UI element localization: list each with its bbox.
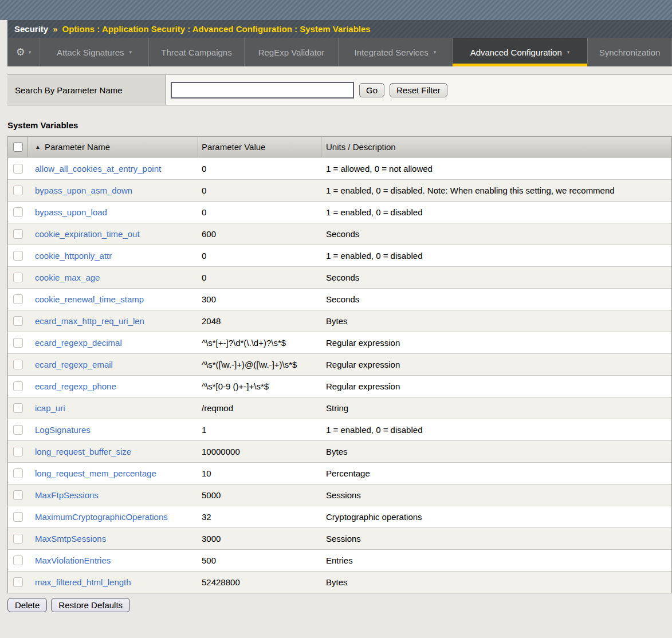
menu-gear-button[interactable]: ⚙ ▾ [7,38,40,66]
parameter-value: 0 [202,164,206,174]
units-description: Bytes [326,447,348,456]
column-header-units-description[interactable]: Units / Description [321,137,671,157]
parameter-value: 2048 [202,316,221,326]
parameter-name-link[interactable]: MaxSmtpSessions [35,534,106,544]
parameter-name-link[interactable]: LogSignatures [35,425,91,435]
tab[interactable]: Integrated Services ▾ [339,38,453,66]
parameter-name-link[interactable]: cookie_expiration_time_out [35,229,140,239]
select-all-checkbox[interactable] [13,142,23,152]
parameter-value: 500 [202,556,216,565]
parameter-name-link[interactable]: ecard_regexp_phone [35,381,116,391]
column-header-label: Parameter Value [202,142,265,152]
row-checkbox-cell [8,556,28,565]
parameter-name-link[interactable]: ecard_regexp_email [35,360,113,369]
parameter-value-cell: 1 [198,425,321,435]
parameter-name-link[interactable]: cookie_httponly_attr [35,251,112,261]
parameter-name-link[interactable]: icap_uri [35,403,65,413]
parameter-name-link[interactable]: MaxFtpSessions [35,490,99,500]
parameter-value: ^\s*[+-]?\d*(\.\d+)?\s*$ [202,338,286,348]
row-checkbox-cell [8,251,28,261]
row-checkbox[interactable] [13,360,23,369]
units-description: Sessions [326,490,361,500]
parameter-name-link[interactable]: long_request_buffer_size [35,447,131,456]
tab[interactable]: Synchronization [588,38,672,66]
row-checkbox[interactable] [13,512,23,522]
row-checkbox[interactable] [13,425,23,435]
row-checkbox[interactable] [13,229,23,239]
row-checkbox[interactable] [13,577,23,587]
row-checkbox[interactable] [13,251,23,261]
units-description: 1 = enabled, 0 = disabled. Note: When en… [326,186,615,195]
search-label: Search By Parameter Name [7,75,166,105]
table-row: LogSignatures 1 1 = enabled, 0 = disable… [8,419,671,440]
table-row: MaxSmtpSessions 3000 Sessions [8,527,671,549]
row-checkbox[interactable] [13,294,23,304]
row-checkbox-cell [8,490,28,500]
parameter-name-link[interactable]: long_request_mem_percentage [35,468,156,478]
row-checkbox[interactable] [13,316,23,326]
row-checkbox-cell [8,316,28,326]
row-checkbox[interactable] [13,403,23,413]
chevron-down-icon: ▾ [129,50,132,55]
parameter-name-link[interactable]: allow_all_cookies_at_entry_point [35,164,161,174]
parameter-name-link[interactable]: MaximumCryptographicOperations [35,512,168,522]
parameter-name-link[interactable]: ecard_max_http_req_uri_len [35,316,144,326]
parameter-name-link[interactable]: cookie_max_age [35,273,100,282]
units-description: Bytes [326,316,348,326]
column-header-parameter-value[interactable]: Parameter Value [198,137,321,157]
parameter-value-cell: 300 [198,294,321,304]
units-description-cell: 1 = enabled, 0 = disabled. Note: When en… [321,186,671,195]
parameter-value-cell: 52428800 [198,577,321,587]
row-checkbox-cell [8,186,28,195]
parameter-name-link[interactable]: cookie_renewal_time_stamp [35,294,144,304]
units-description-cell: Bytes [321,316,671,326]
row-checkbox[interactable] [13,273,23,282]
tab[interactable]: RegExp Validator [245,38,339,66]
table-row: bypass_upon_load 0 1 = enabled, 0 = disa… [8,201,671,223]
parameter-value: 10 [202,468,211,478]
row-checkbox[interactable] [13,447,23,456]
parameter-name-cell: MaxSmtpSessions [28,534,198,544]
column-header-parameter-name[interactable]: ▲ Parameter Name [28,137,198,157]
parameter-name-cell: LogSignatures [28,425,198,435]
row-checkbox[interactable] [13,468,23,478]
row-checkbox[interactable] [13,164,23,174]
reset-filter-button[interactable]: Reset Filter [390,83,447,97]
table-actions: Delete Restore Defaults [7,598,672,612]
parameter-name-link[interactable]: MaxViolationEntries [35,556,111,565]
parameter-value: /reqmod [202,403,233,413]
units-description-cell: Regular expression [321,381,671,391]
tab-label: RegExp Validator [258,48,325,57]
tab[interactable]: Attack Signatures ▾ [40,38,149,66]
search-input[interactable] [171,82,354,99]
parameter-name-link[interactable]: bypass_upon_load [35,207,107,217]
chevron-down-icon: ▾ [29,50,32,55]
units-description-cell: String [321,403,671,413]
row-checkbox-cell [8,447,28,456]
breadcrumb-separator-icon: » [53,24,57,34]
row-checkbox[interactable] [13,534,23,544]
row-checkbox[interactable] [13,207,23,217]
parameter-value-cell: 10000000 [198,447,321,456]
parameter-value: 3000 [202,534,221,544]
row-checkbox[interactable] [13,338,23,348]
row-checkbox[interactable] [13,490,23,500]
parameter-name-link[interactable]: ecard_regexp_decimal [35,338,122,348]
go-button[interactable]: Go [359,83,384,97]
column-header-label: Parameter Name [45,142,110,152]
parameter-value: 10000000 [202,447,240,456]
row-checkbox[interactable] [13,556,23,565]
table-row: MaxViolationEntries 500 Entries [8,549,671,571]
parameter-name-link[interactable]: max_filtered_html_length [35,577,131,587]
tab[interactable]: Advanced Configuration ▾ [453,38,588,66]
chevron-down-icon: ▾ [434,50,437,55]
restore-defaults-button[interactable]: Restore Defaults [51,598,130,612]
parameter-value: 0 [202,251,206,261]
top-banner [0,0,672,20]
row-checkbox[interactable] [13,186,23,195]
tab[interactable]: Threat Campaigns [149,38,245,66]
units-description: Regular expression [326,338,400,348]
delete-button[interactable]: Delete [7,598,47,612]
parameter-name-link[interactable]: bypass_upon_asm_down [35,186,132,195]
row-checkbox[interactable] [13,381,23,391]
